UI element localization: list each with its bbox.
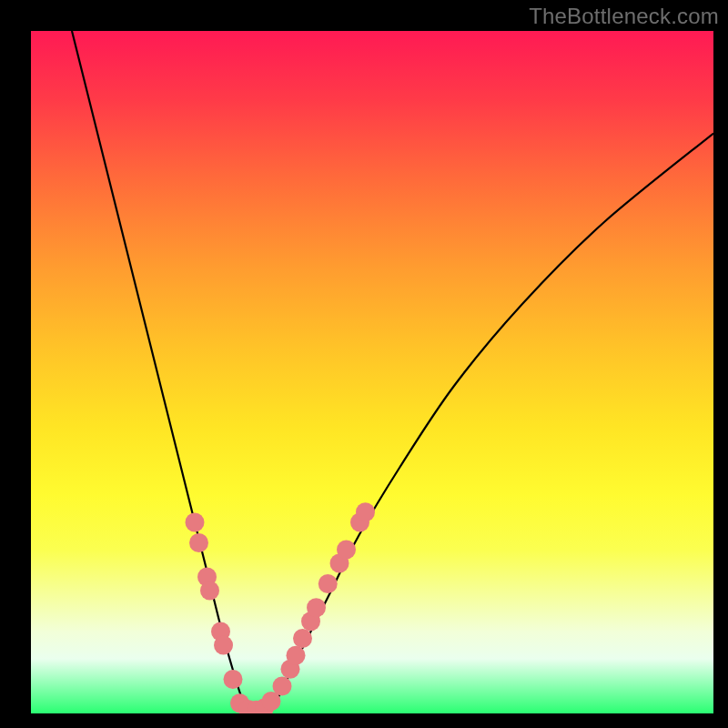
- marker-dot: [287, 646, 306, 665]
- plot-area: [31, 31, 713, 713]
- marker-dot: [293, 629, 312, 648]
- bottleneck-curve-line: [72, 31, 713, 713]
- marker-dots: [186, 502, 376, 713]
- marker-dot: [356, 502, 375, 521]
- chart-frame: TheBottleneck.com: [0, 0, 728, 728]
- marker-dot: [318, 574, 338, 593]
- chart-svg: [31, 31, 713, 713]
- marker-dot: [337, 541, 356, 560]
- marker-dot: [186, 513, 205, 532]
- marker-dot: [273, 677, 292, 696]
- watermark-text: TheBottleneck.com: [529, 4, 719, 29]
- marker-dot: [214, 636, 233, 655]
- marker-dot: [200, 581, 219, 601]
- marker-dot: [307, 598, 326, 617]
- marker-dot: [189, 533, 208, 552]
- marker-dot: [224, 670, 243, 689]
